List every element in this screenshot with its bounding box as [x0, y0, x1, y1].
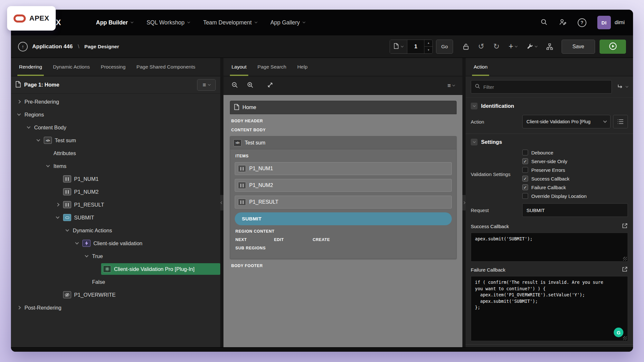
- zoom-in-icon[interactable]: [247, 81, 254, 90]
- tree-node-client-side-validation-pro[interactable]: Client-side Validation Pro [Plug-In]: [11, 263, 220, 275]
- tree-node-true[interactable]: True: [11, 250, 220, 263]
- request-input[interactable]: [522, 203, 628, 217]
- tree-node-content-body[interactable]: Content Body: [11, 121, 220, 134]
- nav-app-builder[interactable]: App Builder: [90, 16, 139, 29]
- tree-node-regions[interactable]: Regions: [11, 108, 220, 121]
- go-to-group-button[interactable]: [617, 83, 628, 90]
- collapse-icon[interactable]: [471, 139, 478, 145]
- checkbox-icon[interactable]: [522, 150, 528, 155]
- chevron-down-icon[interactable]: [25, 124, 32, 131]
- tab-help[interactable]: Help: [292, 58, 313, 76]
- tree-node-false[interactable]: False: [11, 275, 220, 288]
- shared-components-icon[interactable]: [546, 43, 553, 50]
- layout-canvas[interactable]: Home BODY HEADER CONTENT BODY </> Test s…: [223, 95, 462, 347]
- canvas-region-test-sum[interactable]: </> Test sum ITEMS P1_NUM1 P1_NUM2: [230, 136, 457, 259]
- checkbox-debounce[interactable]: Debounce: [522, 150, 628, 155]
- splitter-collapse-handle[interactable]: [220, 195, 223, 210]
- chevron-down-icon[interactable]: [35, 137, 42, 144]
- chevron-down-icon[interactable]: [15, 111, 23, 118]
- tree-node-client-side-validation[interactable]: Client-side validation: [11, 237, 220, 250]
- checkbox-icon[interactable]: [522, 167, 528, 173]
- chevron-right-icon[interactable]: [15, 304, 23, 311]
- canvas-menu-button[interactable]: ≡: [447, 83, 455, 88]
- splitter-collapse-handle[interactable]: [462, 195, 466, 210]
- page-number-input[interactable]: [407, 40, 424, 53]
- tree-node-attributes[interactable]: Attributes: [11, 147, 220, 160]
- action-list-button[interactable]: [613, 115, 628, 128]
- panel-splitter-left[interactable]: [220, 58, 223, 347]
- user-edit-icon[interactable]: [559, 18, 567, 27]
- application-home-icon[interactable]: ↑: [18, 42, 28, 51]
- tree-node-p1-result[interactable]: P1_RESULT: [11, 198, 220, 211]
- canvas-item-p1-num2[interactable]: P1_NUM2: [235, 179, 452, 192]
- run-button[interactable]: [600, 40, 626, 54]
- zoom-out-icon[interactable]: [231, 81, 238, 90]
- tree-node-submit[interactable]: SUBMIT: [11, 211, 220, 224]
- position-create[interactable]: CREATE: [313, 237, 351, 242]
- canvas-item-p1-result[interactable]: P1_RESULT: [235, 196, 452, 209]
- chevron-down-icon[interactable]: [44, 162, 52, 170]
- failure-callback-code[interactable]: if ( confirm('The result is invalid. Are…: [471, 276, 628, 341]
- chevron-right-icon[interactable]: [54, 201, 61, 208]
- nav-team-development[interactable]: Team Development: [197, 16, 263, 29]
- checkbox-failure-callback[interactable]: Failure Callback: [522, 184, 628, 190]
- resize-grip[interactable]: [623, 336, 627, 340]
- nav-sql-workshop[interactable]: SQL Workshop: [140, 16, 196, 29]
- section-settings[interactable]: Settings: [466, 134, 633, 150]
- lock-icon[interactable]: [463, 43, 469, 50]
- chevron-down-icon[interactable]: [83, 253, 90, 260]
- tree-node-dynamic-actions[interactable]: Dynamic Actions: [11, 224, 220, 237]
- checkbox-preserve-errors[interactable]: Preserve Errors: [522, 167, 628, 173]
- nav-app-gallery[interactable]: App Gallery: [264, 16, 311, 29]
- spinner-up-icon[interactable]: ▲: [424, 40, 432, 47]
- tree-node-p1-num1[interactable]: P1_NUM1: [11, 172, 220, 185]
- filter-input[interactable]: [483, 84, 608, 90]
- section-identification[interactable]: Identification: [466, 97, 633, 114]
- redo-icon[interactable]: ↻: [493, 43, 499, 50]
- tab-page-search[interactable]: Page Search: [252, 58, 292, 76]
- spinner-down-icon[interactable]: ▼: [424, 46, 432, 53]
- undo-icon[interactable]: ↺: [478, 43, 484, 50]
- open-editor-icon[interactable]: [622, 266, 628, 273]
- tree-menu-button[interactable]: ≡: [197, 79, 216, 91]
- tab-dynamic-actions[interactable]: Dynamic Actions: [48, 58, 96, 76]
- tab-layout[interactable]: Layout: [226, 58, 252, 76]
- collapse-icon[interactable]: [471, 103, 478, 109]
- breadcrumb-application[interactable]: Application 446: [32, 43, 73, 50]
- open-editor-icon[interactable]: [622, 223, 628, 230]
- tree-node-pre-rendering[interactable]: Pre-Rendering: [11, 95, 220, 108]
- tab-action[interactable]: Action: [468, 58, 493, 76]
- chevron-down-icon[interactable]: [54, 214, 61, 221]
- tree-node-post-rendering[interactable]: Post-Rendering: [11, 301, 220, 314]
- tab-page-shared-components[interactable]: Page Shared Components: [131, 58, 201, 76]
- resize-grip[interactable]: [623, 257, 627, 261]
- section-affected-elements[interactable]: Affected Elements: [466, 344, 633, 347]
- position-edit[interactable]: EDIT: [274, 237, 313, 242]
- success-callback-code[interactable]: apex.submit('SUBMIT');: [471, 233, 628, 262]
- tab-processing[interactable]: Processing: [95, 58, 131, 76]
- checkbox-server-side-only[interactable]: Server-side Only: [522, 158, 628, 164]
- create-menu-button[interactable]: +: [508, 43, 517, 50]
- utilities-menu-button[interactable]: [526, 43, 537, 50]
- position-next[interactable]: NEXT: [235, 237, 274, 242]
- chevron-down-icon[interactable]: [64, 227, 71, 234]
- chevron-right-icon[interactable]: [15, 98, 23, 105]
- canvas-item-p1-num1[interactable]: P1_NUM1: [235, 162, 452, 175]
- page-picker-button[interactable]: [390, 40, 407, 53]
- checkbox-icon[interactable]: [522, 184, 528, 190]
- go-button[interactable]: Go: [436, 40, 453, 54]
- expand-icon[interactable]: [267, 81, 274, 90]
- tree-node-test-sum[interactable]: </> Test sum: [11, 134, 220, 147]
- page-number-spinner[interactable]: ▲ ▼: [424, 40, 432, 53]
- tab-rendering[interactable]: Rendering: [14, 58, 48, 76]
- panel-splitter-right[interactable]: [462, 58, 466, 347]
- checkbox-icon[interactable]: [522, 176, 528, 181]
- help-icon[interactable]: ?: [578, 18, 586, 27]
- tree-node-p1-num2[interactable]: P1_NUM2: [11, 185, 220, 198]
- canvas-page-header[interactable]: Home: [230, 101, 457, 114]
- apex-logo-badge[interactable]: APEX: [7, 6, 56, 31]
- checkbox-icon[interactable]: [522, 193, 528, 199]
- filter-box[interactable]: [471, 80, 612, 94]
- user-menu[interactable]: DI dimi: [597, 16, 625, 29]
- tree-node-items[interactable]: Items: [11, 160, 220, 172]
